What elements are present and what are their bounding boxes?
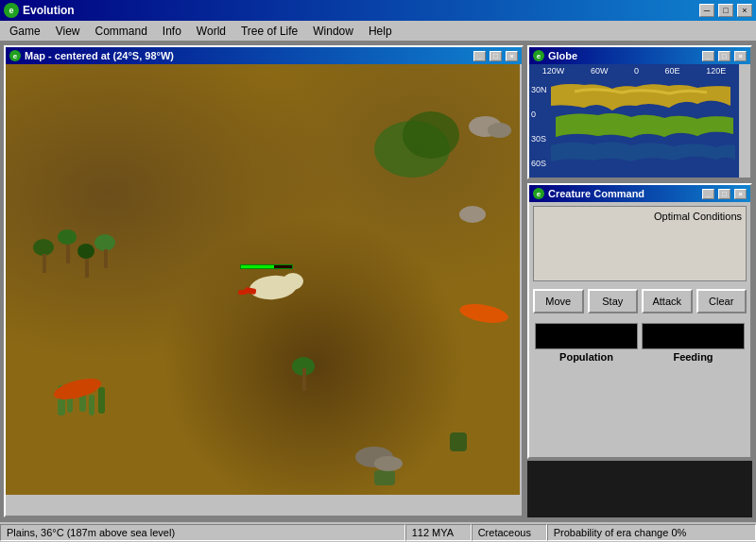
move-button[interactable]: Move: [533, 289, 584, 313]
globe-title-bar: e Globe _ □ ×: [529, 47, 750, 64]
stats-row: Population Feeding: [533, 321, 747, 363]
globe-close-btn[interactable]: ×: [734, 51, 747, 61]
palm-4: [95, 234, 114, 268]
globe-maximize-btn[interactable]: □: [718, 51, 730, 61]
command-buttons-row: Move Stay Attack Clear: [533, 289, 747, 313]
globe-window: e Globe _ □ × 120W 60W 0 60E 120E 30N 0: [527, 45, 752, 179]
shrub-2: [374, 470, 395, 485]
palm-2: [58, 229, 77, 263]
bottom-dark-area: [527, 461, 752, 517]
palm-1: [34, 239, 53, 273]
menu-bar: Game View Command Info World Tree of Lif…: [0, 21, 756, 42]
app-title: Evolution: [23, 4, 696, 17]
app-icon: e: [4, 3, 19, 18]
map-minimize-btn[interactable]: _: [473, 51, 486, 61]
population-value: [535, 323, 638, 349]
era-status: Cretaceous: [472, 524, 547, 541]
optimal-conditions-label: Optimal Conditions: [654, 211, 742, 222]
time-status: 112 MYA: [405, 524, 472, 541]
globe-title: Globe: [548, 50, 698, 61]
status-bar: Plains, 36°C (187m above sea level) 112 …: [0, 521, 756, 542]
creature-cmd-title: Creature Command: [548, 188, 698, 199]
creature-cmd-maximize-btn[interactable]: □: [718, 189, 730, 199]
cactus-4: [89, 395, 94, 415]
globe-minimize-btn[interactable]: _: [702, 51, 714, 61]
feeding-value: [642, 323, 745, 349]
probability-status: Probability of era change 0%: [547, 524, 756, 541]
map-maximize-btn[interactable]: □: [490, 51, 502, 61]
shrub-1: [450, 432, 467, 451]
menu-command[interactable]: Command: [87, 23, 154, 40]
globe-lon-labels: 120W 60W 0 60E 120E: [529, 66, 739, 76]
population-box: Population: [533, 321, 640, 363]
map-title: Map - centered at (24°S, 98°W): [25, 50, 470, 61]
rock-3: [459, 206, 486, 223]
probability-text: Probability of era change 0%: [554, 527, 687, 538]
population-label: Population: [533, 351, 640, 363]
health-fill: [241, 265, 274, 268]
creature-cmd-close-btn[interactable]: ×: [734, 189, 747, 199]
feeding-box: Feeding: [640, 321, 747, 363]
palm-5: [294, 357, 313, 391]
terrain-text: Plains, 36°C (187m above sea level): [7, 527, 175, 538]
creature-cmd-minimize-btn[interactable]: _: [702, 189, 714, 199]
menu-info[interactable]: Info: [155, 23, 189, 40]
map-close-btn[interactable]: ×: [506, 51, 518, 61]
terrain-status: Plains, 36°C (187m above sea level): [0, 524, 405, 541]
maximize-button[interactable]: □: [718, 4, 733, 17]
menu-tree-of-life[interactable]: Tree of Life: [233, 23, 305, 40]
map-title-bar: e Map - centered at (24°S, 98°W) _ □ ×: [6, 47, 522, 64]
menu-game[interactable]: Game: [2, 23, 48, 40]
player-creature-container: [240, 264, 306, 309]
creature-cmd-title-bar: e Creature Command _ □ ×: [529, 185, 750, 202]
main-area: e Map - centered at (24°S, 98°W) _ □ ×: [0, 42, 756, 521]
right-panel: e Globe _ □ × 120W 60W 0 60E 120E 30N 0: [527, 42, 756, 521]
creature-cmd-icon: e: [533, 188, 544, 199]
clear-button[interactable]: Clear: [696, 289, 747, 313]
app-title-bar: e Evolution ─ □ ×: [0, 0, 756, 21]
left-panel: e Map - centered at (24°S, 98°W) _ □ ×: [0, 42, 527, 521]
creature-cmd-content: Optimal Conditions Move Stay Attack Clea…: [529, 202, 750, 366]
player-creature: [240, 271, 306, 309]
map-canvas[interactable]: [6, 64, 520, 495]
optimal-conditions-box: Optimal Conditions: [533, 206, 747, 281]
menu-world[interactable]: World: [189, 23, 233, 40]
minimize-button[interactable]: ─: [699, 4, 714, 17]
map-icon: e: [9, 50, 21, 61]
attack-button[interactable]: Attack: [642, 289, 693, 313]
cactus-5: [98, 387, 105, 414]
menu-view[interactable]: View: [48, 23, 88, 40]
vegetation-2: [403, 111, 459, 159]
map-window: e Map - centered at (24°S, 98°W) _ □ ×: [4, 45, 524, 517]
creature-command-window: e Creature Command _ □ × Optimal Conditi…: [527, 183, 752, 459]
menu-window[interactable]: Window: [305, 23, 361, 40]
menu-help[interactable]: Help: [361, 23, 400, 40]
globe-icon: e: [533, 50, 544, 61]
stay-button[interactable]: Stay: [588, 289, 639, 313]
palm-3: [77, 244, 95, 278]
close-button[interactable]: ×: [737, 4, 752, 17]
globe-lat-labels: 30N 0 30S 60S: [531, 77, 547, 176]
globe-canvas: 120W 60W 0 60E 120E 30N 0 30S 60S: [529, 64, 739, 178]
rock-5: [374, 456, 403, 471]
feeding-label: Feeding: [640, 351, 747, 363]
globe-map-svg: [546, 77, 735, 177]
rock-2: [488, 123, 511, 138]
time-text: 112 MYA: [412, 527, 454, 538]
health-bar: [240, 264, 293, 269]
era-text: Cretaceous: [478, 527, 531, 538]
